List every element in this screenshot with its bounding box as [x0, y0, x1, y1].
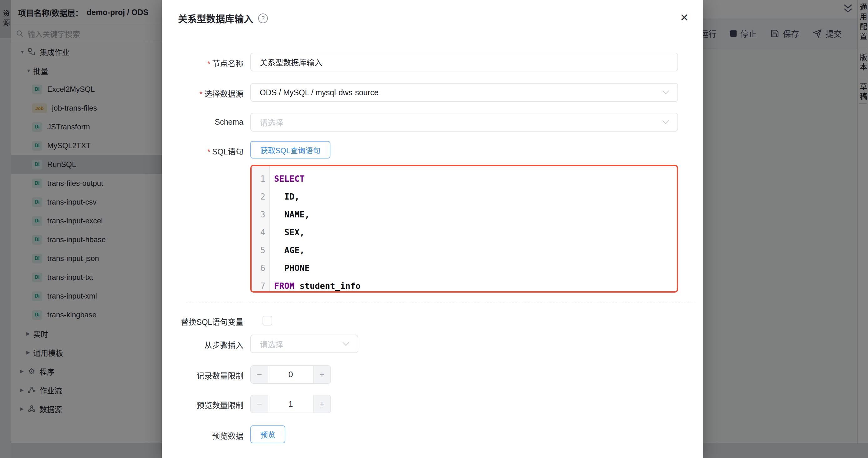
field-label-preview-limit: 预览数量限制: [162, 399, 243, 410]
app-screen: 资源 项目名称/数据层： demo-proj / ODS 输入关键字搜索 ▼ 集…: [0, 0, 868, 458]
close-icon[interactable]: ✕: [677, 11, 691, 24]
schema-placeholder: 请选择: [260, 117, 283, 128]
plus-button[interactable]: +: [313, 366, 331, 383]
required-asterisk: *: [208, 59, 210, 68]
line-number: 6: [252, 259, 265, 277]
required-asterisk: *: [199, 90, 203, 98]
field-label-schema: Schema: [162, 117, 243, 126]
record-limit-stepper: − 0 +: [250, 365, 331, 384]
minus-button[interactable]: −: [251, 366, 268, 383]
dialog-title-text: 关系型数据库输入: [178, 11, 253, 25]
chevron-down-icon: [662, 88, 669, 94]
relational-db-input-dialog: 关系型数据库输入 ? ✕ *节点名称 关系型数据库输入 *选择数据源 ODS /…: [162, 0, 703, 458]
datasource-value: ODS / MySQL / mysql-dws-source: [260, 88, 379, 97]
fetch-sql-button[interactable]: 获取SQL查询语句: [250, 141, 331, 159]
line-number: 5: [252, 241, 265, 259]
section-divider: [186, 303, 695, 303]
line-number: 3: [252, 205, 265, 223]
node-name-value: 关系型数据库输入: [260, 56, 322, 68]
schema-select[interactable]: 请选择: [250, 113, 678, 132]
node-name-input[interactable]: 关系型数据库输入: [250, 53, 678, 71]
field-label-sql: *SQL语句: [162, 145, 243, 156]
code-line: 2 ID,: [252, 188, 677, 205]
preview-limit-value[interactable]: 1: [268, 395, 313, 412]
minus-button[interactable]: −: [251, 395, 268, 412]
field-label-preview-data: 预览数据: [162, 430, 243, 441]
help-icon[interactable]: ?: [258, 13, 268, 23]
field-label-datasource: *选择数据源: [162, 88, 243, 99]
field-label-replace-vars: 替换SQL语句变量: [162, 316, 243, 327]
code-line: 1 SELECT: [252, 170, 677, 188]
field-label-node-name: *节点名称: [162, 57, 243, 68]
line-number: 2: [252, 188, 265, 205]
preview-button[interactable]: 预览: [250, 425, 285, 443]
datasource-select[interactable]: ODS / MySQL / mysql-dws-source: [250, 83, 678, 102]
line-number: 1: [252, 170, 265, 188]
code-line: 4 SEX,: [252, 223, 677, 241]
code-line: 7 FROM student_info: [252, 277, 677, 293]
code-line: 3 NAME,: [252, 205, 677, 223]
chevron-down-icon: [662, 117, 669, 124]
field-label-insert-from-step: 从步骤插入: [162, 339, 243, 350]
code-line: 5 AGE,: [252, 241, 677, 259]
plus-button[interactable]: +: [313, 395, 331, 412]
insert-from-step-placeholder: 请选择: [260, 338, 283, 350]
field-label-record-limit: 记录数量限制: [162, 370, 243, 381]
editor-lines: 1 SELECT 2 ID, 3 NAME, 4 SEX, 5: [252, 170, 677, 293]
preview-limit-stepper: − 1 +: [250, 395, 331, 413]
required-asterisk: *: [208, 147, 210, 156]
dialog-title: 关系型数据库输入 ?: [178, 11, 268, 25]
code-line: 6 PHONE: [252, 259, 677, 277]
preview-button-label: 预览: [260, 429, 275, 440]
sql-code-editor[interactable]: 1 SELECT 2 ID, 3 NAME, 4 SEX, 5: [250, 165, 678, 293]
replace-vars-checkbox[interactable]: [262, 316, 272, 325]
line-number: 4: [252, 223, 265, 241]
fetch-sql-button-label: 获取SQL查询语句: [260, 144, 320, 155]
line-number: 7: [252, 277, 265, 293]
insert-from-step-select[interactable]: 请选择: [250, 335, 358, 353]
chevron-down-icon: [343, 339, 349, 346]
record-limit-value[interactable]: 0: [268, 366, 313, 383]
